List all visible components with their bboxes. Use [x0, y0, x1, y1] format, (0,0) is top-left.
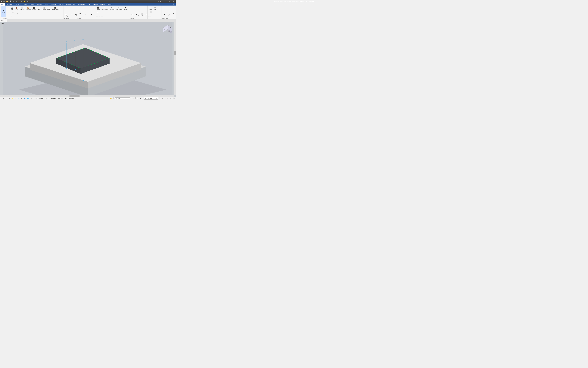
- status-icon-settings[interactable]: ⚙: [31, 98, 32, 99]
- room-area-label-text: Room & Area ▾: [96, 15, 104, 17]
- view-tab-close[interactable]: ✕: [4, 20, 5, 21]
- help-btn[interactable]: ?: [164, 0, 166, 2]
- building-viewport[interactable]: 1 2 3: [0, 22, 176, 97]
- room-button[interactable]: ⬛ Room: [96, 6, 100, 10]
- menu-architecture[interactable]: Architecture: [5, 3, 15, 6]
- column-button[interactable]: ⬛ Column: [32, 7, 37, 10]
- status-scale-icon[interactable]: ⊕: [137, 98, 138, 99]
- qa-undo[interactable]: ↩: [13, 0, 15, 2]
- build-expand-icon[interactable]: ↗: [62, 16, 63, 17]
- menu-modify[interactable]: Modify: [106, 3, 113, 6]
- menu-steel[interactable]: Steel: [23, 3, 28, 6]
- qa-new[interactable]: ☐: [3, 0, 5, 2]
- wall-button[interactable]: ▥ Wall: [10, 6, 14, 10]
- status-icon-cloud[interactable]: ☁: [21, 98, 22, 99]
- set-button[interactable]: ▣ Set: [162, 13, 167, 17]
- qa-spell[interactable]: ABC: [26, 0, 30, 2]
- svg-marker-24: [163, 25, 168, 32]
- menu-massing[interactable]: Massing & Site: [65, 3, 76, 6]
- menu-structure[interactable]: Structure: [15, 3, 23, 6]
- vc-btn5[interactable]: 🔲: [173, 98, 175, 99]
- vc-btn2[interactable]: ⊕: [165, 98, 166, 99]
- mullion-button[interactable]: ┃ Mullion: [17, 11, 21, 15]
- area-boundary-button[interactable]: ⬡ Area Boundary: [115, 6, 123, 10]
- wall-opening-button[interactable]: ▭ Wall: [130, 13, 134, 17]
- nav-cube[interactable]: TOP FRONT RIGHT ↑N: [162, 24, 173, 35]
- vc-btn3[interactable]: ⚠: [167, 98, 169, 99]
- qa-dropdown[interactable]: ▾: [33, 0, 35, 2]
- component-button[interactable]: 📦 Component: [25, 7, 32, 10]
- ref-plane-label: Ref Plane: [149, 13, 153, 14]
- qa-redo[interactable]: ↪: [15, 0, 17, 2]
- restore-btn[interactable]: ◻: [171, 0, 172, 2]
- viewer-button[interactable]: 🔭 Viewer: [172, 13, 176, 17]
- menu-manage[interactable]: Manage: [92, 3, 99, 6]
- workplane-expand-icon[interactable]: ↗: [174, 18, 175, 19]
- model-line-button[interactable]: / Model Line: [83, 13, 88, 17]
- ref-plane-button[interactable]: ⬜ Ref Plane: [148, 11, 154, 15]
- menu-collaborate[interactable]: Collaborate: [77, 3, 86, 6]
- status-icon-globe[interactable]: 🌐: [27, 98, 29, 99]
- room-separator-button[interactable]: ⊢ Room Separator: [100, 6, 109, 10]
- roof-button[interactable]: ⌂ Roof: [37, 7, 42, 10]
- tag-room-button[interactable]: 🏷 Tag Room: [109, 6, 115, 10]
- shaft-button[interactable]: ⬜ Shaft: [139, 13, 144, 17]
- menu-addins[interactable]: Add-Ins: [99, 3, 106, 6]
- menu-insert[interactable]: Insert: [44, 3, 49, 6]
- level-button[interactable]: — Level: [148, 6, 152, 10]
- circulation-expand-icon[interactable]: ↗: [76, 18, 76, 19]
- modify-button[interactable]: ✦ Modify: [1, 6, 6, 17]
- minimize-btn[interactable]: ─: [168, 0, 170, 2]
- model-expand-icon[interactable]: ↗: [94, 18, 95, 19]
- menu-systems[interactable]: Systems: [35, 3, 43, 6]
- viewport[interactable]: (3D): [0, 22, 176, 97]
- qa-print[interactable]: 🖨: [20, 0, 22, 2]
- status-icon-user[interactable]: 👤: [24, 98, 26, 99]
- menu-analyze[interactable]: Analyze: [57, 3, 65, 6]
- status-view-icon[interactable]: 🖥: [140, 98, 141, 99]
- room-area-expand-icon[interactable]: ↗: [128, 16, 129, 17]
- status-icon-envelope[interactable]: ✉: [9, 98, 10, 99]
- vertical-scrollbar[interactable]: [174, 22, 176, 95]
- qa-save[interactable]: 💾: [9, 0, 12, 2]
- menu-precast[interactable]: Precast: [28, 3, 35, 6]
- datum-expand-icon[interactable]: ↗: [160, 16, 161, 17]
- status-icon-folder[interactable]: 📁: [11, 98, 13, 99]
- component-icon: 📦: [27, 7, 29, 9]
- vertical-button[interactable]: ⬍ Vertical: [134, 13, 139, 17]
- select-dropdown-btn[interactable]: Select ▾: [3, 18, 7, 19]
- menu-file[interactable]: File: [0, 3, 5, 6]
- ceiling-button[interactable]: ▤ Ceiling: [42, 7, 46, 10]
- door-button[interactable]: 🚪 Door: [14, 7, 19, 10]
- opening-expand-icon[interactable]: ↗: [146, 18, 147, 19]
- view-tab-3d[interactable]: {3D} ✕: [0, 19, 7, 22]
- menu-annotate[interactable]: Annotate: [49, 3, 57, 6]
- close-btn[interactable]: ✕: [173, 0, 175, 2]
- svg-text:2: 2: [74, 39, 75, 41]
- qa-measure[interactable]: 📏: [23, 0, 26, 2]
- curtain-system-button[interactable]: ⊞ Curtain System: [51, 7, 59, 10]
- grid-button[interactable]: ⊞ Grid: [153, 6, 157, 10]
- floor-button[interactable]: ▬ Floor: [46, 7, 51, 10]
- by-face-button[interactable]: ◧ By Face: [96, 11, 101, 15]
- tag-area-button[interactable]: 🏷 Tag Area: [123, 6, 129, 10]
- model-text-button[interactable]: T Model Text: [78, 13, 83, 17]
- status-lock-icon[interactable]: 🔒: [110, 98, 112, 99]
- status-icon-search[interactable]: 🔍: [18, 98, 19, 99]
- ramp-button[interactable]: ◿ Ramp: [69, 13, 73, 17]
- menu-context[interactable]: ⚙: [172, 3, 176, 6]
- status-search-input[interactable]: [115, 97, 130, 100]
- vc-btn1[interactable]: 🔍: [161, 98, 163, 99]
- curtain-grid-button[interactable]: ⊡ Curtain Grid: [10, 11, 17, 15]
- qa-open[interactable]: 📂: [6, 0, 9, 2]
- sign-in-btn[interactable]: Sign In: [158, 1, 161, 2]
- model-group-button[interactable]: ▣ Model Group: [89, 13, 95, 17]
- menu-view[interactable]: View: [86, 3, 92, 6]
- model-selector[interactable]: Main Model: [144, 97, 158, 100]
- window-button[interactable]: ⬜ Window: [19, 7, 24, 10]
- show-button[interactable]: 👁 Show: [167, 13, 171, 17]
- vc-btn4[interactable]: ⚙: [170, 98, 171, 99]
- horizontal-scrollbar[interactable]: [0, 95, 174, 97]
- railing-button[interactable]: ⊟ Railing: [64, 13, 69, 17]
- status-icon-sync[interactable]: ⟳: [15, 98, 16, 99]
